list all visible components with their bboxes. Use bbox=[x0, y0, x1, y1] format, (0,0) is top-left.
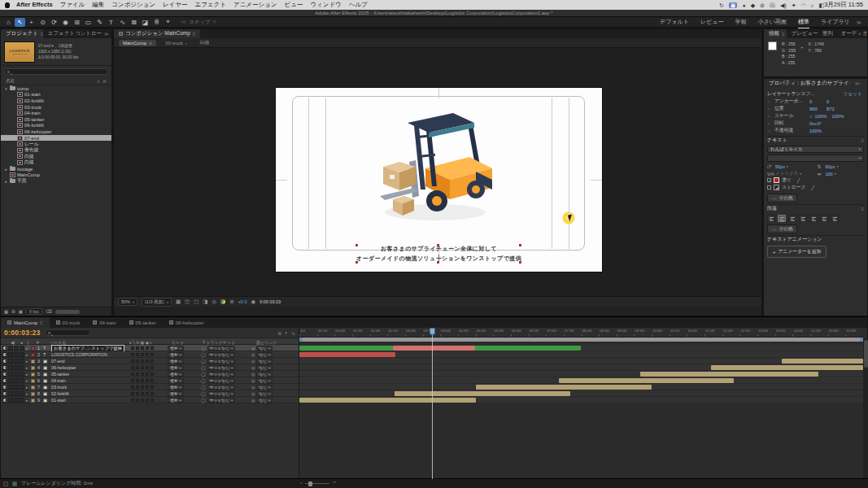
label-color-chip[interactable] bbox=[31, 371, 35, 377]
audio-toggle[interactable] bbox=[8, 359, 13, 364]
layer-duration-bar[interactable] bbox=[299, 352, 395, 357]
audio-toggle[interactable] bbox=[8, 378, 13, 383]
parent-link-dropdown[interactable]: ◎なし▾ bbox=[251, 345, 273, 351]
layer-switches[interactable] bbox=[131, 390, 154, 397]
layer-switches[interactable] bbox=[131, 345, 154, 351]
paragraph-more-button[interactable]: ⋯その他 bbox=[767, 224, 797, 233]
creative-cloud-icon[interactable]: ● bbox=[742, 2, 745, 8]
layer-row-1[interactable]: ▸1Tお客さまのサプ..ンストップで提供通常▾◯マットなし▾◎なし▾ bbox=[1, 345, 299, 351]
track-matte-dropdown[interactable]: ◯マットなし▾ bbox=[201, 377, 235, 384]
twist-icon[interactable]: ▾ bbox=[4, 86, 8, 91]
timeline-tab-1[interactable]: 03-truck bbox=[50, 317, 87, 328]
canvas-artboard[interactable]: お客さまのサプライチェーン全体に対して オーダーメイドの物流ソリューションをワン… bbox=[276, 88, 602, 272]
layer-switches[interactable] bbox=[131, 384, 154, 390]
align-button-1[interactable] bbox=[778, 215, 786, 222]
new-comp-icon[interactable]: ▣ bbox=[19, 309, 23, 314]
parent-link-dropdown[interactable]: ◎なし▾ bbox=[251, 351, 273, 358]
magnification-dropdown[interactable]: 50%▾ bbox=[118, 298, 137, 306]
timeline-search-input[interactable] bbox=[45, 329, 90, 336]
stopwatch-icon[interactable]: ◔ bbox=[767, 114, 772, 119]
layer-duration-bar[interactable] bbox=[782, 359, 863, 364]
selection-handle[interactable] bbox=[519, 244, 521, 246]
resolution-dropdown[interactable]: (1/3 画質)▾ bbox=[142, 298, 172, 307]
eyedropper-icon[interactable]: ╱ bbox=[797, 177, 800, 183]
input-source-icon[interactable]: Ⓐ bbox=[770, 2, 775, 8]
eye-toggle[interactable] bbox=[2, 378, 7, 383]
transform-row-3[interactable]: ◔回転0x+0° bbox=[767, 120, 864, 127]
panel-menu-icon[interactable]: ≡ bbox=[40, 320, 43, 325]
exposure-value[interactable]: +0.0 bbox=[238, 299, 247, 304]
align-button-5[interactable] bbox=[820, 215, 828, 222]
eyedropper-icon[interactable]: ╱ bbox=[812, 185, 815, 190]
zoom-out-mountain-icon[interactable]: ⌃ bbox=[299, 481, 303, 486]
audio-toggle[interactable] bbox=[8, 385, 13, 390]
stopwatch-icon[interactable]: ◔ bbox=[767, 99, 772, 104]
stopwatch-icon[interactable]: ◔ bbox=[767, 107, 772, 111]
project-search-input[interactable] bbox=[4, 68, 108, 75]
control-center-icon[interactable]: ◧ bbox=[819, 2, 825, 8]
tracking-control[interactable]: ⇹100▾ bbox=[818, 171, 865, 176]
layer-row-5[interactable]: ▸5▣05-tanker通常▾◯マットなし▾◎なし▾ bbox=[1, 371, 299, 377]
layer-row-2[interactable]: ▸2TLOGISTICS CORPORATION通常▾◯マットなし▾◎なし▾ bbox=[1, 351, 299, 358]
workspace-tab-1[interactable]: レビュー bbox=[700, 16, 724, 28]
workspace-overflow-chevron[interactable]: ≫ bbox=[857, 20, 861, 25]
flowchart-icon[interactable]: ⌘ bbox=[103, 79, 107, 84]
property-value[interactable]: 960 bbox=[809, 107, 824, 111]
project-tree-item-7[interactable]: 06-helicopter bbox=[1, 129, 111, 135]
property-value[interactable]: 100% bbox=[809, 129, 824, 133]
keyboard-icon[interactable]: ✦ bbox=[792, 2, 796, 8]
layer-duration-bar[interactable] bbox=[640, 372, 818, 377]
timeline-toggle-icon-0[interactable]: ≋ bbox=[277, 330, 281, 336]
track-matte-dropdown[interactable]: ◯マットなし▾ bbox=[201, 358, 235, 364]
font-style-dropdown[interactable]: ▾ bbox=[767, 155, 864, 162]
interpret-footage-icon[interactable]: ▦ bbox=[4, 309, 8, 314]
project-tree-item-13[interactable]: ▸footage bbox=[1, 166, 111, 172]
solo-toggle[interactable] bbox=[14, 398, 19, 403]
align-button-0[interactable] bbox=[767, 215, 775, 222]
project-tree-item-0[interactable]: ▾comp bbox=[1, 85, 111, 92]
playhead-handle[interactable] bbox=[430, 328, 435, 335]
property-value[interactable]: 100% bbox=[832, 114, 847, 119]
pen-tool[interactable]: ✎ bbox=[94, 18, 105, 27]
layer-name[interactable]: 04-train bbox=[51, 377, 66, 384]
leading-control[interactable]: ⇅60px▾ bbox=[818, 163, 865, 169]
fill-color-swatch[interactable] bbox=[774, 177, 779, 183]
property-value[interactable]: 0 bbox=[809, 99, 824, 104]
add-animator-button[interactable]: +アニメーターを追加 bbox=[767, 246, 827, 258]
layer-switches[interactable] bbox=[131, 397, 154, 403]
lock-toggle[interactable] bbox=[20, 398, 24, 403]
layer-lane-4[interactable] bbox=[299, 364, 863, 371]
layer-switches[interactable] bbox=[131, 371, 154, 377]
parent-link-dropdown[interactable]: ◎なし▾ bbox=[251, 371, 273, 377]
parent-link-dropdown[interactable]: ◎なし▾ bbox=[251, 377, 273, 384]
solo-toggle[interactable] bbox=[14, 365, 19, 370]
eye-toggle[interactable] bbox=[2, 385, 7, 390]
parent-link-dropdown[interactable]: ◎なし▾ bbox=[251, 390, 273, 397]
track-matte-dropdown[interactable]: ◯マットなし▾ bbox=[201, 351, 235, 358]
eye-toggle[interactable] bbox=[2, 346, 7, 351]
selection-handle[interactable] bbox=[355, 244, 358, 246]
track-matte-dropdown[interactable]: ◯マットなし▾ bbox=[201, 364, 235, 371]
parent-link-dropdown[interactable]: ◎なし▾ bbox=[251, 397, 273, 403]
paragraph-section-header[interactable]: 段落≡ bbox=[767, 204, 864, 212]
mask-mode-icon[interactable]: ▭ bbox=[181, 19, 186, 25]
canvas-text-line1[interactable]: お客さまのサプライチェーン全体に対して bbox=[276, 246, 602, 251]
orbit-camera-tool[interactable]: ⟳ bbox=[49, 18, 59, 27]
lock-toggle[interactable] bbox=[20, 365, 24, 370]
parent-link-dropdown[interactable]: ◎なし▾ bbox=[251, 384, 273, 390]
expand-arrow[interactable]: ▸ bbox=[26, 384, 28, 390]
blend-mode-dropdown[interactable]: 通常▾ bbox=[168, 371, 184, 377]
spotlight-icon[interactable]: ⌕ bbox=[811, 2, 814, 8]
eye-toggle[interactable] bbox=[2, 352, 7, 357]
blend-mode-dropdown[interactable]: 通常▾ bbox=[168, 351, 184, 358]
audio-toggle[interactable] bbox=[8, 398, 13, 403]
timeline-toggle-icon-1[interactable]: ◐ bbox=[285, 330, 288, 336]
layer-duration-bar[interactable] bbox=[393, 346, 475, 351]
layer-row-4[interactable]: ▸4▣06-helicopter通常▾◯マットなし▾◎なし▾ bbox=[1, 364, 299, 371]
audio-toggle[interactable] bbox=[8, 372, 13, 377]
project-tree-item-6[interactable]: 06-forklift bbox=[1, 123, 111, 129]
property-value[interactable]: 100% bbox=[815, 114, 830, 119]
timeline-tab-3[interactable]: 05-tanker bbox=[123, 317, 163, 328]
blend-mode-dropdown[interactable]: 通常▾ bbox=[168, 384, 184, 390]
solo-toggle[interactable] bbox=[14, 378, 19, 383]
